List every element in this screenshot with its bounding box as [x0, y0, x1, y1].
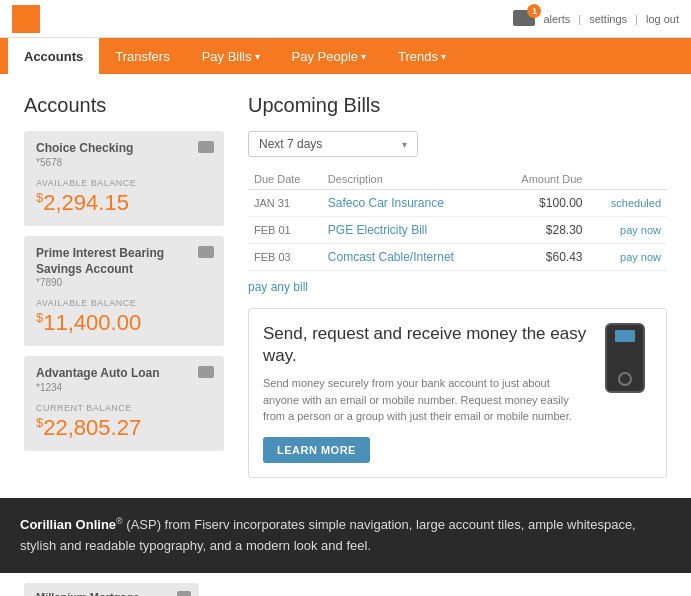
- learn-more-button[interactable]: LEARN MORE: [263, 437, 370, 463]
- account-number: *1234: [36, 382, 212, 393]
- scheduled-link[interactable]: scheduled: [611, 197, 661, 209]
- filter-label: Next 7 days: [259, 137, 322, 151]
- promo-text: Send, request and receive money the easy…: [263, 323, 587, 463]
- card-icon: [198, 246, 214, 258]
- card-icon: [177, 591, 191, 596]
- settings-link[interactable]: settings: [589, 13, 627, 25]
- balance-label: AVAILABLE BALANCE: [36, 298, 212, 308]
- table-header-row: Due Date Description Amount Due: [248, 169, 667, 190]
- promo-box: Send, request and receive money the easy…: [248, 308, 667, 478]
- nav-bar: Accounts Transfers Pay Bills ▾ Pay Peopl…: [0, 38, 691, 74]
- info-banner: Corillian Online® (ASP) from Fiserv inco…: [0, 498, 691, 573]
- accounts-column: Accounts Choice Checking *5678 AVAILABLE…: [24, 94, 224, 478]
- promo-phone-image: [597, 323, 652, 393]
- bills-column: Upcoming Bills Next 7 days ▾ Due Date De…: [248, 94, 667, 478]
- account-number: *5678: [36, 157, 212, 168]
- account-name: Prime Interest Bearing Savings Account: [36, 246, 212, 277]
- nav-item-pay-bills[interactable]: Pay Bills ▾: [186, 38, 276, 74]
- col-header-date: Due Date: [248, 169, 322, 190]
- card-icon: [198, 366, 214, 378]
- brand-name: Corillian Online® (ASP) from Fiserv inco…: [20, 517, 636, 553]
- alerts-link[interactable]: alerts: [543, 13, 570, 25]
- card-icon: [198, 141, 214, 153]
- balance-label: CURRENT BALANCE: [36, 403, 212, 413]
- balance-amount: $11,400.00: [36, 310, 212, 336]
- logo: [12, 5, 40, 33]
- chevron-down-icon: ▾: [402, 139, 407, 150]
- account-name: Millenium Mortgage: [36, 591, 187, 596]
- filter-dropdown[interactable]: Next 7 days ▾: [248, 131, 418, 157]
- alerts-icon[interactable]: 1: [513, 10, 535, 28]
- bill-date: FEB 01: [248, 217, 322, 244]
- pay-any-bill-link[interactable]: pay any bill: [248, 280, 308, 294]
- bill-amount: $60.43: [496, 244, 588, 271]
- account-name: Advantage Auto Loan: [36, 366, 212, 382]
- pay-now-link[interactable]: pay now: [620, 251, 661, 263]
- bill-date: JAN 31: [248, 190, 322, 217]
- registered-mark: ®: [116, 516, 123, 526]
- nav-item-transfers[interactable]: Transfers: [99, 38, 185, 74]
- bills-table: Due Date Description Amount Due JAN 31 S…: [248, 169, 667, 271]
- promo-description: Send money securely from your bank accou…: [263, 375, 587, 425]
- table-row: JAN 31 Safeco Car Insurance $100.00 sche…: [248, 190, 667, 217]
- account-card-auto-loan[interactable]: Advantage Auto Loan *1234 CURRENT BALANC…: [24, 356, 224, 451]
- col-header-description: Description: [322, 169, 496, 190]
- balance-label: AVAILABLE BALANCE: [36, 178, 212, 188]
- table-row: FEB 03 Comcast Cable/Internet $60.43 pay…: [248, 244, 667, 271]
- col-header-action: [589, 169, 668, 190]
- balance-amount: $22,805.27: [36, 415, 212, 441]
- bill-link[interactable]: Comcast Cable/Internet: [328, 250, 454, 264]
- promo-title: Send, request and receive money the easy…: [263, 323, 587, 367]
- main-content: Accounts Choice Checking *5678 AVAILABLE…: [0, 74, 691, 498]
- bill-action: pay now: [589, 244, 668, 271]
- divider: |: [578, 13, 581, 25]
- top-bar-right: 1 alerts | settings | log out: [513, 10, 679, 28]
- account-name: Choice Checking: [36, 141, 212, 157]
- bill-description: Comcast Cable/Internet: [322, 244, 496, 271]
- dropdown-caret: ▾: [255, 51, 260, 62]
- bill-action: scheduled: [589, 190, 668, 217]
- accounts-title: Accounts: [24, 94, 224, 117]
- alert-badge: 1: [527, 4, 541, 18]
- bill-link[interactable]: PGE Electricity Bill: [328, 223, 427, 237]
- table-row: FEB 01 PGE Electricity Bill $28.30 pay n…: [248, 217, 667, 244]
- pay-now-link[interactable]: pay now: [620, 224, 661, 236]
- col-header-amount: Amount Due: [496, 169, 588, 190]
- top-bar: 1 alerts | settings | log out: [0, 0, 691, 38]
- account-number: *7890: [36, 277, 212, 288]
- dropdown-caret: ▾: [361, 51, 366, 62]
- bill-link[interactable]: Safeco Car Insurance: [328, 196, 444, 210]
- dropdown-caret: ▾: [441, 51, 446, 62]
- account-card-checking[interactable]: Choice Checking *5678 AVAILABLE BALANCE …: [24, 131, 224, 226]
- nav-item-trends[interactable]: Trends ▾: [382, 38, 462, 74]
- bill-date: FEB 03: [248, 244, 322, 271]
- logout-link[interactable]: log out: [646, 13, 679, 25]
- bill-description: PGE Electricity Bill: [322, 217, 496, 244]
- account-card-mortgage[interactable]: Millenium Mortgage: [24, 583, 199, 596]
- bills-title: Upcoming Bills: [248, 94, 667, 117]
- bill-description: Safeco Car Insurance: [322, 190, 496, 217]
- balance-amount: $2,294.15: [36, 190, 212, 216]
- account-card-savings[interactable]: Prime Interest Bearing Savings Account *…: [24, 236, 224, 347]
- nav-item-pay-people[interactable]: Pay People ▾: [276, 38, 383, 74]
- bottom-partial: Millenium Mortgage: [0, 573, 691, 596]
- bill-action: pay now: [589, 217, 668, 244]
- nav-item-accounts[interactable]: Accounts: [8, 38, 99, 74]
- bill-amount: $28.30: [496, 217, 588, 244]
- bill-amount: $100.00: [496, 190, 588, 217]
- divider: |: [635, 13, 638, 25]
- phone-icon: [605, 323, 645, 393]
